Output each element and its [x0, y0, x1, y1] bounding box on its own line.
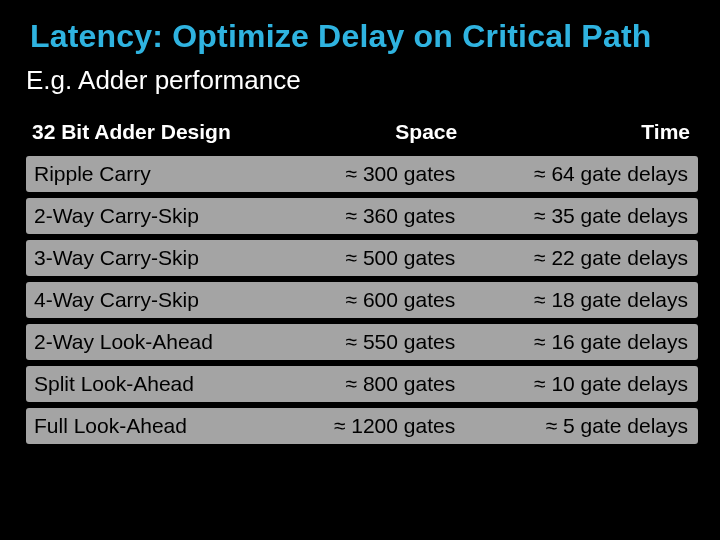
slide-title: Latency: Optimize Delay on Critical Path: [30, 18, 696, 55]
cell-design: 2-Way Look-Ahead: [26, 324, 275, 360]
table-row: Full Look-Ahead ≈ 1200 gates ≈ 5 gate de…: [26, 408, 698, 444]
table-row: 3-Way Carry-Skip ≈ 500 gates ≈ 22 gate d…: [26, 240, 698, 276]
cell-space: ≈ 600 gates: [275, 282, 465, 318]
col-header-space: Space: [275, 116, 465, 150]
cell-space: ≈ 500 gates: [275, 240, 465, 276]
cell-time: ≈ 16 gate delays: [465, 324, 698, 360]
cell-space: ≈ 1200 gates: [275, 408, 465, 444]
cell-time: ≈ 35 gate delays: [465, 198, 698, 234]
cell-design: 3-Way Carry-Skip: [26, 240, 275, 276]
table-row: 4-Way Carry-Skip ≈ 600 gates ≈ 18 gate d…: [26, 282, 698, 318]
cell-time: ≈ 10 gate delays: [465, 366, 698, 402]
col-header-design: 32 Bit Adder Design: [26, 116, 275, 150]
cell-design: Split Look-Ahead: [26, 366, 275, 402]
table-row: 2-Way Look-Ahead ≈ 550 gates ≈ 16 gate d…: [26, 324, 698, 360]
cell-space: ≈ 300 gates: [275, 156, 465, 192]
adder-table: 32 Bit Adder Design Space Time Ripple Ca…: [26, 110, 698, 450]
cell-design: 2-Way Carry-Skip: [26, 198, 275, 234]
cell-design: Full Look-Ahead: [26, 408, 275, 444]
cell-space: ≈ 360 gates: [275, 198, 465, 234]
col-header-time: Time: [465, 116, 698, 150]
cell-time: ≈ 22 gate delays: [465, 240, 698, 276]
cell-design: Ripple Carry: [26, 156, 275, 192]
slide: Latency: Optimize Delay on Critical Path…: [0, 0, 720, 540]
table-row: 2-Way Carry-Skip ≈ 360 gates ≈ 35 gate d…: [26, 198, 698, 234]
slide-subhead: E.g. Adder performance: [26, 65, 696, 96]
cell-design: 4-Way Carry-Skip: [26, 282, 275, 318]
cell-time: ≈ 64 gate delays: [465, 156, 698, 192]
table-header-row: 32 Bit Adder Design Space Time: [26, 116, 698, 150]
cell-space: ≈ 550 gates: [275, 324, 465, 360]
table-body: Ripple Carry ≈ 300 gates ≈ 64 gate delay…: [26, 156, 698, 444]
table-row: Split Look-Ahead ≈ 800 gates ≈ 10 gate d…: [26, 366, 698, 402]
table-row: Ripple Carry ≈ 300 gates ≈ 64 gate delay…: [26, 156, 698, 192]
cell-time: ≈ 5 gate delays: [465, 408, 698, 444]
cell-time: ≈ 18 gate delays: [465, 282, 698, 318]
cell-space: ≈ 800 gates: [275, 366, 465, 402]
